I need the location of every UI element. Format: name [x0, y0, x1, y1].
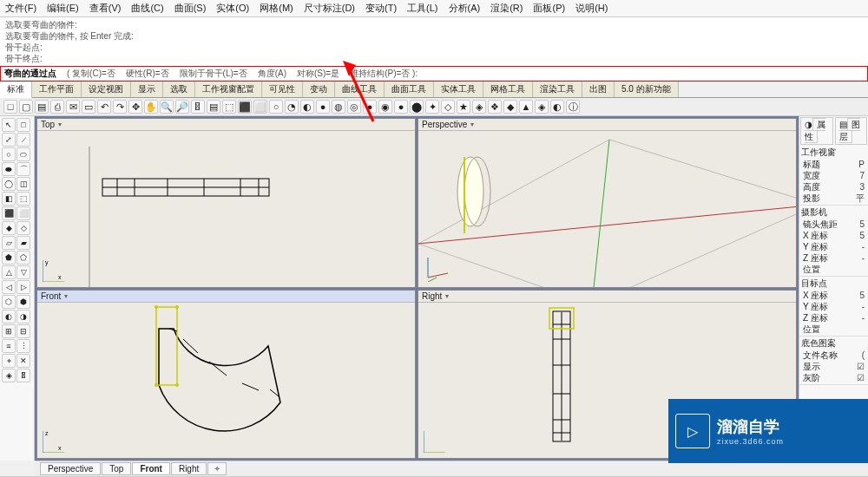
left-tool-11[interactable]: ⬚ — [16, 192, 30, 206]
left-tool-24[interactable]: ⬡ — [2, 295, 16, 309]
left-tool-2[interactable]: ⤢ — [2, 133, 16, 147]
toolbar-btn-9[interactable]: ✋ — [144, 100, 158, 114]
toolbar-btn-31[interactable]: ❖ — [488, 100, 502, 114]
vptab-top[interactable]: Top — [102, 462, 131, 475]
tab-setview[interactable]: 设定视图 — [82, 82, 131, 97]
vptab-perspective[interactable]: Perspective — [40, 462, 101, 475]
vptab-front[interactable]: Front — [132, 462, 170, 475]
menu-surface[interactable]: 曲面(S) — [174, 2, 207, 15]
viewport-canvas[interactable] — [418, 131, 796, 287]
left-tool-29[interactable]: ⊟ — [16, 324, 30, 338]
left-tool-4[interactable]: ○ — [2, 147, 16, 161]
left-tool-9[interactable]: ◫ — [16, 177, 30, 191]
toolbar-btn-32[interactable]: ◆ — [503, 100, 517, 114]
left-tool-5[interactable]: ⬭ — [16, 147, 30, 161]
left-tool-1[interactable]: □ — [16, 118, 30, 132]
toolbar-btn-25[interactable]: ● — [394, 100, 408, 114]
cmd-opt[interactable]: 限制于骨干(L)=否 — [180, 68, 247, 80]
toolbar-btn-30[interactable]: ◈ — [472, 100, 486, 114]
left-tool-19[interactable]: ⬠ — [16, 251, 30, 265]
left-tool-14[interactable]: ◆ — [2, 221, 16, 235]
toolbar-btn-34[interactable]: ◈ — [535, 100, 549, 114]
left-tool-33[interactable]: ✕ — [16, 354, 30, 368]
toolbar-btn-19[interactable]: ◐ — [300, 100, 314, 114]
tab-solid-tools[interactable]: 实体工具 — [434, 82, 483, 97]
chevron-down-icon[interactable]: ▾ — [58, 121, 62, 128]
toolbar-btn-5[interactable]: ▭ — [82, 100, 95, 114]
tab-properties[interactable]: ◑属性 — [800, 117, 833, 145]
viewport-front[interactable]: Front ▾ xz — [36, 290, 416, 460]
left-tool-10[interactable]: ◧ — [2, 192, 16, 206]
tab-cplane[interactable]: 工作平面 — [32, 82, 82, 97]
toolbar-btn-7[interactable]: ↷ — [113, 100, 127, 114]
menu-dim[interactable]: 尺寸标注(D) — [304, 2, 355, 15]
tab-visibility[interactable]: 可见性 — [262, 82, 303, 97]
left-tool-25[interactable]: ⬢ — [16, 295, 30, 309]
viewport-canvas[interactable]: xy — [37, 131, 415, 287]
toolbar-btn-17[interactable]: ○ — [269, 100, 283, 114]
viewport-title[interactable]: Right ▾ — [418, 291, 796, 303]
left-tool-21[interactable]: ▽ — [16, 265, 30, 279]
cmd-opt[interactable]: 角度(A) — [258, 68, 286, 80]
left-tool-18[interactable]: ⬟ — [2, 251, 16, 265]
left-tool-23[interactable]: ▷ — [16, 280, 30, 294]
toolbar-btn-10[interactable]: 🔍 — [160, 100, 174, 114]
tab-render-tools[interactable]: 渲染工具 — [533, 82, 582, 97]
toolbar-btn-8[interactable]: ✥ — [128, 100, 142, 114]
left-tool-34[interactable]: ◈ — [2, 369, 16, 382]
toolbar-btn-0[interactable]: □ — [3, 100, 17, 114]
tab-viewport[interactable]: 工作视窗配置 — [195, 82, 262, 97]
menu-curve[interactable]: 曲线(C) — [131, 2, 163, 15]
toolbar-btn-36[interactable]: ⓘ — [566, 100, 580, 114]
command-prompt[interactable]: 弯曲的通过点 ( 复制(C)=否 硬性(R)=否 限制于骨干(L)=否 角度(A… — [0, 66, 868, 82]
viewport-perspective[interactable]: Perspective ▾ — [418, 118, 797, 288]
toolbar-btn-16[interactable]: ⬜ — [253, 100, 267, 114]
menu-tools[interactable]: 工具(L) — [407, 2, 437, 15]
tab-surface-tools[interactable]: 曲面工具 — [385, 82, 434, 97]
tab-select[interactable]: 选取 — [163, 82, 195, 97]
left-tool-13[interactable]: ⬜ — [16, 206, 30, 220]
toolbar-btn-33[interactable]: ▲ — [519, 100, 533, 114]
toolbar-btn-4[interactable]: ✉ — [66, 100, 80, 114]
tab-standard[interactable]: 标准 — [0, 82, 32, 98]
cmd-opt[interactable]: 对称(S)=是 — [297, 68, 339, 80]
toolbar-btn-11[interactable]: 🔎 — [175, 100, 189, 114]
toolbar-btn-27[interactable]: ✦ — [425, 100, 439, 114]
left-tool-16[interactable]: ▱ — [2, 236, 16, 250]
toolbar-btn-1[interactable]: ▢ — [19, 100, 33, 114]
left-tool-35[interactable]: 〿 — [16, 369, 30, 382]
left-tool-22[interactable]: ◁ — [2, 280, 16, 294]
toolbar-btn-15[interactable]: ⬛ — [238, 100, 252, 114]
menu-mesh[interactable]: 网格(M) — [260, 2, 293, 15]
toolbar-btn-12[interactable]: 〿 — [191, 100, 205, 114]
tab-layout[interactable]: 出图 — [582, 82, 615, 97]
cmd-opt[interactable]: ( 复制(C)=否 — [67, 68, 115, 80]
viewport-canvas[interactable]: xz — [37, 303, 415, 459]
left-tool-17[interactable]: ▰ — [16, 236, 30, 250]
viewport-title[interactable]: Perspective ▾ — [418, 119, 796, 131]
toolbar-btn-18[interactable]: ◔ — [285, 100, 299, 114]
left-tool-31[interactable]: ⋮ — [16, 339, 30, 353]
menu-solid[interactable]: 实体(O) — [216, 2, 249, 15]
toolbar-btn-13[interactable]: ▤ — [207, 100, 220, 114]
menu-view[interactable]: 查看(V) — [89, 2, 122, 15]
menu-edit[interactable]: 编辑(E) — [47, 2, 79, 15]
tab-transform[interactable]: 变动 — [303, 82, 335, 97]
left-tool-3[interactable]: ⟋ — [16, 133, 30, 147]
left-tool-30[interactable]: ≡ — [2, 339, 16, 353]
tab-display[interactable]: 显示 — [131, 82, 163, 97]
chevron-down-icon[interactable]: ▾ — [470, 121, 474, 128]
viewport-title[interactable]: Front ▾ — [37, 291, 415, 303]
menu-render[interactable]: 渲染(R) — [490, 2, 523, 15]
tab-new50[interactable]: 5.0 的新功能 — [615, 82, 679, 97]
left-tool-28[interactable]: ⊞ — [2, 324, 16, 338]
toolbar-btn-14[interactable]: ⬚ — [222, 100, 236, 114]
left-tool-20[interactable]: △ — [2, 265, 16, 279]
vptab-add[interactable]: ✦ — [207, 462, 227, 475]
left-tool-32[interactable]: ⌖ — [2, 354, 16, 368]
toolbar-btn-29[interactable]: ★ — [457, 100, 470, 114]
left-tool-12[interactable]: ⬛ — [2, 206, 16, 220]
cmd-opt[interactable]: 硬性(R)=否 — [126, 68, 169, 80]
toolbar-btn-35[interactable]: ◐ — [550, 100, 564, 114]
menu-file[interactable]: 文件(F) — [5, 2, 36, 15]
